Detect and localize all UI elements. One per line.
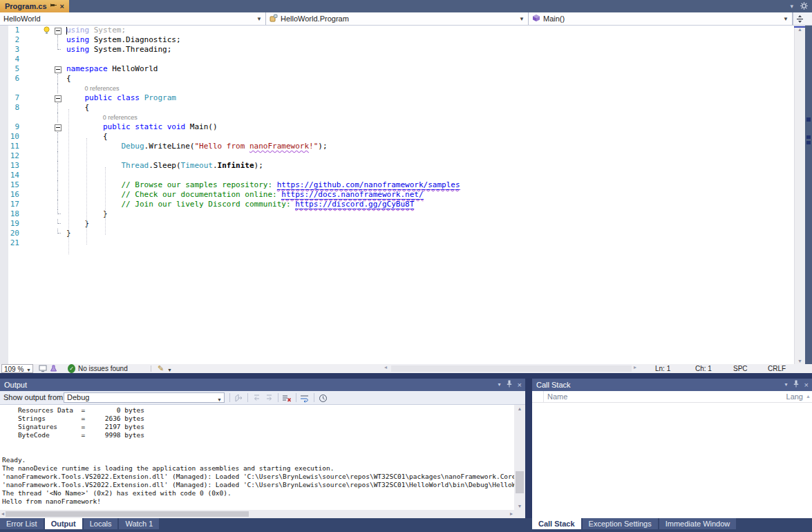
- issues-status[interactable]: No issues found: [78, 364, 128, 373]
- fold-margin[interactable]: [53, 200, 64, 209]
- scrollbar-thumb[interactable]: [516, 471, 524, 493]
- fold-margin[interactable]: [53, 229, 64, 238]
- code-line[interactable]: 21: [0, 238, 794, 248]
- fold-margin[interactable]: [53, 122, 64, 132]
- member-dropdown[interactable]: Main() ▼: [529, 12, 793, 25]
- code-line[interactable]: 14: [0, 171, 794, 180]
- code-line[interactable]: 12: [0, 151, 794, 161]
- fold-margin[interactable]: [53, 219, 64, 229]
- code-cleanup-icon[interactable]: ✎: [158, 364, 164, 373]
- scroll-down-icon[interactable]: ▼: [514, 504, 525, 509]
- editor-horizontal-scrollbar[interactable]: [391, 365, 632, 372]
- tab-call-stack[interactable]: Call Stack: [532, 518, 581, 529]
- column-header-lang[interactable]: Lang: [786, 392, 803, 401]
- code-line[interactable]: 16 // Check our documentation online: ht…: [0, 190, 794, 200]
- fold-margin[interactable]: [53, 151, 64, 161]
- tab-exception-settings[interactable]: Exception Settings: [583, 518, 658, 529]
- scrollbar-thumb[interactable]: [6, 511, 249, 517]
- code-line[interactable]: 11 Debug.WriteLine("Hello from nanoFrame…: [0, 142, 794, 151]
- code-line[interactable]: 7 public class Program: [0, 93, 794, 103]
- close-icon[interactable]: ×: [60, 3, 64, 10]
- word-wrap-icon[interactable]: [300, 393, 310, 403]
- fold-margin[interactable]: [53, 180, 64, 190]
- close-icon[interactable]: ×: [804, 381, 809, 388]
- fold-margin[interactable]: [53, 238, 64, 248]
- tab-watch-1[interactable]: Watch 1: [119, 518, 159, 529]
- codelens-row[interactable]: 0 references: [0, 113, 794, 122]
- code-line[interactable]: 4: [0, 55, 794, 64]
- tab-immediate-window[interactable]: Immediate Window: [659, 518, 737, 529]
- scroll-down-icon[interactable]: ▼: [795, 359, 805, 363]
- clear-all-icon[interactable]: [282, 393, 292, 403]
- fold-toggle-icon[interactable]: [55, 66, 62, 73]
- output-vertical-scrollbar[interactable]: ▲ ▼: [514, 405, 525, 510]
- clock-icon[interactable]: [318, 393, 328, 403]
- code-editor[interactable]: 1using System;2using System.Diagnostics;…: [0, 26, 812, 365]
- code-line[interactable]: 2using System.Diagnostics;: [0, 35, 794, 45]
- scroll-left-icon[interactable]: ◂: [1, 511, 4, 517]
- output-title-bar[interactable]: Output ▾ ×: [0, 379, 525, 391]
- panel-splitter[interactable]: [525, 379, 532, 518]
- fold-margin[interactable]: [53, 209, 64, 219]
- chevron-down-icon[interactable]: ▾: [498, 379, 501, 391]
- code-line[interactable]: 17 // Join our lively Discord community:…: [0, 200, 794, 209]
- code-line[interactable]: 19 }: [0, 219, 794, 229]
- code-line[interactable]: 20}: [0, 229, 794, 238]
- scroll-up-icon[interactable]: ▲: [514, 406, 525, 411]
- code-line[interactable]: 15 // Browse our samples repository: htt…: [0, 180, 794, 190]
- fold-margin[interactable]: [53, 26, 64, 35]
- tab-program-cs[interactable]: Program.cs ×: [0, 0, 69, 12]
- fold-margin[interactable]: [53, 190, 64, 200]
- output-content[interactable]: Resources Data = 0 bytes Strings = 2636 …: [0, 405, 514, 510]
- scroll-right-icon[interactable]: ▸: [634, 364, 636, 370]
- editor-vertical-scrollbar[interactable]: ▲ ▼: [794, 26, 805, 365]
- split-editor-icon[interactable]: [793, 12, 806, 25]
- pin-icon[interactable]: [50, 3, 57, 10]
- fold-margin[interactable]: [53, 74, 64, 84]
- fold-toggle-icon[interactable]: [55, 95, 62, 102]
- fold-margin[interactable]: [53, 113, 64, 122]
- codelens-references[interactable]: 0 references: [103, 114, 138, 121]
- fold-margin[interactable]: [53, 84, 64, 93]
- fold-margin[interactable]: [53, 132, 64, 142]
- fold-toggle-icon[interactable]: [55, 124, 62, 131]
- fold-margin[interactable]: [53, 161, 64, 171]
- scroll-up-icon[interactable]: ▲: [806, 394, 811, 399]
- pin-icon[interactable]: [793, 379, 799, 391]
- code-line[interactable]: 8 {: [0, 103, 794, 113]
- code-line[interactable]: 10 {: [0, 132, 794, 142]
- scroll-right-icon[interactable]: ▸: [510, 511, 513, 517]
- gear-icon[interactable]: [800, 0, 808, 12]
- codelens-references[interactable]: 0 references: [84, 85, 119, 92]
- tab-error-list[interactable]: Error List: [0, 518, 44, 529]
- fold-toggle-icon[interactable]: [55, 28, 62, 35]
- next-message-icon[interactable]: [264, 393, 274, 403]
- fold-margin[interactable]: [53, 103, 64, 113]
- code-line[interactable]: 18 }: [0, 209, 794, 219]
- scroll-up-icon[interactable]: ▲: [795, 27, 805, 32]
- project-dropdown[interactable]: HelloWorld ▼: [0, 12, 266, 25]
- output-horizontal-scrollbar[interactable]: ◂ ▸: [0, 510, 525, 518]
- fold-margin[interactable]: [53, 45, 64, 55]
- codelens-row[interactable]: 0 references: [0, 84, 794, 93]
- fold-margin[interactable]: [53, 64, 64, 74]
- code-line[interactable]: 9 public static void Main(): [0, 122, 794, 132]
- chevron-down-icon[interactable]: ▾: [790, 3, 793, 10]
- fold-margin[interactable]: [53, 171, 64, 180]
- zoom-select[interactable]: 109 % ▼: [1, 364, 33, 373]
- output-source-dropdown[interactable]: Debug ▼: [64, 392, 225, 403]
- type-dropdown[interactable]: HelloWorld.Program ▼: [266, 12, 529, 25]
- fold-margin[interactable]: [53, 93, 64, 103]
- fold-margin[interactable]: [53, 55, 64, 64]
- column-header-name[interactable]: Name: [547, 392, 567, 401]
- prev-message-icon[interactable]: [252, 393, 261, 403]
- fold-margin[interactable]: [53, 35, 64, 45]
- chevron-down-icon[interactable]: ▾: [785, 379, 788, 391]
- fold-margin[interactable]: [53, 142, 64, 151]
- callstack-title-bar[interactable]: Call Stack ▾ ×: [532, 379, 812, 391]
- code-line[interactable]: 3using System.Threading;: [0, 45, 794, 55]
- code-line[interactable]: 1using System;: [0, 26, 794, 35]
- code-line[interactable]: 13 Thread.Sleep(Timeout.Infinite);: [0, 161, 794, 171]
- lightbulb-icon[interactable]: [19, 26, 53, 35]
- code-line[interactable]: 5namespace HelloWorld: [0, 64, 794, 74]
